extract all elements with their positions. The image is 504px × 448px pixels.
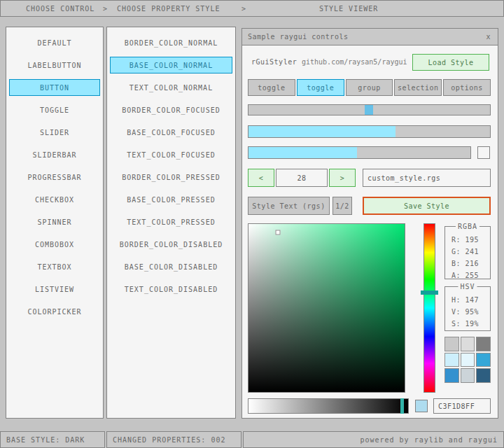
property-item-text-color-pressed[interactable]: TEXT_COLOR_PRESSED: [110, 214, 232, 230]
progressbar-fill: [248, 126, 396, 137]
rgba-alpha-value: A: 255: [451, 270, 490, 281]
page-toggle-button[interactable]: 1/2: [332, 197, 352, 215]
control-item-slider[interactable]: SLIDER: [9, 124, 100, 141]
style-text-button[interactable]: Style Text (rgs): [248, 197, 330, 215]
style-color-swatch[interactable]: [444, 353, 459, 368]
sv-cursor[interactable]: [276, 230, 281, 235]
property-item-border-color-normal[interactable]: BORDER_COLOR_NORMAL: [110, 34, 232, 51]
control-item-progressbar[interactable]: PROGRESSBAR: [9, 169, 100, 186]
style-viewer-window: Sample raygui controls x rGuiStyler gith…: [241, 28, 498, 419]
chevron-separator-2: >: [241, 5, 246, 13]
property-item-base-color-pressed[interactable]: BASE_COLOR_PRESSED: [110, 191, 232, 208]
hsv-group-title: HSV: [458, 283, 477, 290]
toggle-button-options[interactable]: options: [443, 79, 491, 96]
status-credits: powered by raylib and raygui: [243, 431, 504, 448]
property-item-border-color-pressed[interactable]: BORDER_COLOR_PRESSED: [110, 169, 232, 186]
toggle-button-2-active[interactable]: toggle: [297, 79, 344, 96]
property-item-base-color-normal[interactable]: BASE_COLOR_NORMAL: [110, 57, 232, 74]
step-style-viewer: STYLE VIEWER: [319, 5, 378, 13]
brand-label: rGuiStyler: [251, 58, 297, 66]
property-item-base-color-focused[interactable]: BASE_COLOR_FOCUSED: [110, 124, 232, 141]
sample-slider[interactable]: [248, 104, 491, 115]
toggle-button-selection[interactable]: selection: [394, 79, 442, 96]
control-item-labelbutton[interactable]: LABELBUTTON: [9, 57, 100, 74]
style-color-swatch[interactable]: [461, 353, 475, 368]
alpha-gradient-bar[interactable]: [248, 398, 409, 414]
close-icon[interactable]: x: [483, 31, 493, 42]
hsv-value-value: V: 95%: [451, 306, 490, 318]
workflow-bar: CHOOSE CONTROL > CHOOSE PROPERTY STYLE >…: [0, 0, 504, 17]
control-item-sliderbar[interactable]: SLIDERBAR: [9, 146, 100, 163]
control-item-checkbox[interactable]: CHECKBOX: [9, 191, 100, 208]
style-color-swatch[interactable]: [476, 368, 491, 383]
toggle-button-group[interactable]: group: [346, 79, 393, 96]
rgba-red-value: R: 195: [451, 234, 490, 246]
step-choose-property-style: CHOOSE PROPERTY STYLE: [117, 5, 220, 13]
controls-list: DEFAULT LABELBUTTON BUTTON TOGGLE SLIDER…: [6, 27, 104, 419]
hsv-group: HSV H: 147 V: 95% S: 19%: [444, 286, 491, 331]
color-preview-swatch[interactable]: [415, 400, 428, 412]
changed-properties-label: CHANGED PROPERTIES: 002: [113, 436, 225, 444]
filename-textbox[interactable]: custom_style.rgs: [363, 169, 491, 187]
spinner-decrement-button[interactable]: <: [248, 169, 274, 187]
alpha-handle[interactable]: [400, 398, 404, 414]
repo-link[interactable]: github.com/raysan5/raygui: [302, 58, 407, 66]
style-color-grid: [444, 337, 491, 383]
color-saturation-value-panel[interactable]: [248, 223, 405, 393]
control-item-textbox[interactable]: TEXTBOX: [9, 258, 100, 275]
powered-by-label: powered by raylib and raygui: [360, 436, 498, 444]
property-item-text-color-normal[interactable]: TEXT_COLOR_NORMAL: [110, 79, 232, 96]
style-color-swatch[interactable]: [444, 368, 459, 383]
rgba-group: RGBA R: 195 G: 241 B: 216 A: 255: [444, 226, 491, 279]
property-item-base-color-disabled[interactable]: BASE_COLOR_DISABLED: [110, 258, 232, 275]
rgba-green-value: G: 241: [451, 246, 490, 258]
hue-handle[interactable]: [421, 290, 438, 295]
control-item-combobox[interactable]: COMBOBOX: [9, 236, 100, 253]
style-color-swatch[interactable]: [444, 337, 459, 351]
slider-handle[interactable]: [365, 105, 373, 115]
hsv-saturation-value: S: 19%: [451, 318, 490, 330]
load-style-button[interactable]: Load Style: [412, 54, 489, 71]
hsv-hue-value: H: 147: [451, 294, 490, 306]
step-choose-control: CHOOSE CONTROL: [26, 5, 94, 13]
control-item-toggle[interactable]: TOGGLE: [9, 102, 100, 118]
spinner-increment-button[interactable]: >: [329, 169, 356, 187]
style-color-swatch[interactable]: [476, 353, 491, 368]
window-titlebar[interactable]: Sample raygui controls x: [242, 29, 498, 46]
sliderbar-fill[interactable]: [248, 147, 357, 158]
hue-slider[interactable]: [424, 223, 435, 393]
control-item-colorpicker[interactable]: COLORPICKER: [9, 303, 100, 320]
property-item-text-color-disabled[interactable]: TEXT_COLOR_DISABLED: [110, 281, 232, 298]
rgba-blue-value: B: 216: [451, 258, 490, 270]
sample-progressbar: [248, 125, 491, 138]
style-color-swatch[interactable]: [461, 368, 475, 383]
control-item-spinner[interactable]: SPINNER: [9, 214, 100, 230]
style-color-swatch[interactable]: [461, 337, 475, 351]
properties-list: BORDER_COLOR_NORMAL BASE_COLOR_NORMAL TE…: [106, 27, 236, 419]
window-title: Sample raygui controls: [248, 33, 348, 41]
checkbox[interactable]: [477, 146, 490, 159]
property-item-text-color-focused[interactable]: TEXT_COLOR_FOCUSED: [110, 146, 232, 163]
property-item-border-color-disabled[interactable]: BORDER_COLOR_DISABLED: [110, 236, 232, 253]
rgba-group-title: RGBA: [456, 223, 479, 230]
hex-value-textbox[interactable]: C3F1D8FF: [433, 398, 491, 414]
base-style-label: BASE STYLE: DARK: [6, 436, 85, 444]
toggle-group: toggle toggle group selection options: [248, 79, 491, 96]
status-base-style: BASE STYLE: DARK: [0, 431, 105, 448]
spinner-value-box[interactable]: 28: [276, 169, 328, 187]
property-item-border-color-focused[interactable]: BORDER_COLOR_FOCUSED: [110, 102, 232, 118]
save-style-button[interactable]: Save Style: [363, 197, 491, 215]
toggle-button-1[interactable]: toggle: [248, 79, 295, 96]
sample-sliderbar[interactable]: [248, 146, 471, 159]
control-item-listview[interactable]: LISTVIEW: [9, 281, 100, 298]
control-item-default[interactable]: DEFAULT: [9, 34, 100, 51]
chevron-separator-1: >: [103, 5, 108, 13]
style-color-swatch[interactable]: [476, 337, 491, 351]
control-item-button[interactable]: BUTTON: [9, 79, 100, 96]
status-changed-properties: CHANGED PROPERTIES: 002: [106, 431, 241, 448]
